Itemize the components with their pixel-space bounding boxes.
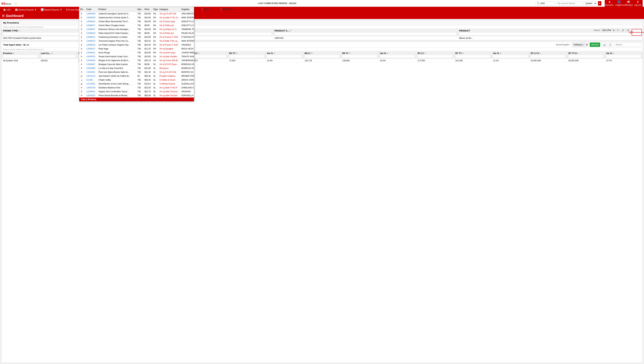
filter-ryty[interactable]: ▼ xyxy=(462,52,464,54)
dd-category[interactable]: Vin bl divers pays xyxy=(158,20,180,23)
product-dropdown[interactable]: Pic Code Product Size Price Type Categor… xyxy=(79,7,194,101)
dd-category[interactable]: Mousseux xyxy=(158,67,180,70)
nav-lbv[interactable]: 🏠 LBV xyxy=(1,8,12,12)
var2-search[interactable] xyxy=(267,55,302,58)
account-search-input[interactable] xyxy=(561,2,581,5)
filter-r3ty[interactable]: ▼ xyxy=(236,52,238,54)
dd-code[interactable]: 12698629 xyxy=(85,32,98,35)
dropdown-row[interactable]: 🍷 11602921 Pinot noir Alpha Montes Valle… xyxy=(79,70,194,74)
dropdown-row[interactable]: 🍷 12698944 Chenin Blanc Boschendal The P… xyxy=(79,20,194,24)
copy-btn[interactable]: 📋 xyxy=(608,43,613,47)
dd-category[interactable]: Vin rg Italie Toscane xyxy=(158,90,180,93)
dd-code[interactable]: 13019122 xyxy=(85,75,98,78)
dd-code[interactable]: 12694708 xyxy=(85,86,98,89)
ryly-search[interactable] xyxy=(418,55,452,58)
filter-lastco[interactable]: ▼ xyxy=(51,52,53,54)
dd-code[interactable]: 12699040 xyxy=(85,43,98,46)
dd-code[interactable]: 12699007 xyxy=(85,28,98,31)
dd-code[interactable]: 12699509 xyxy=(85,16,98,19)
dd-category[interactable]: Vin rg Italie Vénétie xyxy=(158,55,180,58)
dd-category[interactable]: Vin rg Espagne xyxy=(158,47,180,50)
dropdown-row[interactable]: 🍷 12699197 Rioja Vega 750 $11.25 RA Vin … xyxy=(79,47,194,51)
filter-rytys[interactable]: ▼ xyxy=(577,52,579,54)
dd-category[interactable]: Vin rg Italie Toscane xyxy=(158,94,180,97)
dropdown-row[interactable]: 🍷 12693035 Tenuta Sant'Antonio Scaia Cor… xyxy=(79,55,194,59)
logout-btn[interactable]: ⬆ log out xyxy=(633,0,643,7)
dropdown-row[interactable]: 🍷 12693828 Morgon le Py Vignerons de Bel… xyxy=(79,59,194,63)
dd-code[interactable]: 12698346 xyxy=(85,12,98,15)
dd-code[interactable]: 12699031 xyxy=(85,36,98,39)
dropdown-row[interactable]: 🍷 12693895 La Vida al Camp Cava Brut 750… xyxy=(79,66,194,70)
product-search[interactable] xyxy=(459,32,641,35)
dd-code[interactable]: 12698451 xyxy=(85,51,98,54)
agent-search-input[interactable] xyxy=(616,44,639,46)
dd-category[interactable]: Vin bl Petits prix xyxy=(158,32,180,35)
dropdown-row[interactable]: 🍷 12699867 Bodegas Casa del Valle Acantu… xyxy=(79,63,194,66)
period-download-btn[interactable]: ⬇ xyxy=(621,28,625,33)
province-select[interactable]: Quebec xyxy=(584,1,596,6)
dropdown-row[interactable]: 🍷 12699031 Chardonnay Domaine La Hitaire… xyxy=(79,35,194,39)
period-settings-btn[interactable]: ⚙ xyxy=(626,28,630,33)
filter-rylys[interactable]: ▼ xyxy=(539,52,541,54)
dd-code[interactable]: 12698944 xyxy=(85,20,98,23)
favorites-btn[interactable]: ★ favorites xyxy=(605,0,614,7)
dropdown-row[interactable]: 🍷 12699040 Les Petits Carreaux Viognier … xyxy=(79,43,194,47)
dd-category[interactable]: Vin rg CH-AR Chili xyxy=(158,12,180,15)
filter-r6ly[interactable]: ▼ xyxy=(311,52,313,54)
dd-category[interactable]: Vin rg CH-AR Chili xyxy=(158,71,180,74)
dropdown-row[interactable]: 🍷 12698346 Cabernet Sauvignon Syrah De G… xyxy=(79,12,194,16)
dropdown-row[interactable]: 🍷 12698629 Pelee Island ECO Vidal Chardo… xyxy=(79,31,194,35)
dd-code[interactable]: 12698872 xyxy=(85,24,98,27)
ryty-search[interactable] xyxy=(455,55,490,58)
dd-category[interactable]: Vin rg divers pays xyxy=(158,51,180,54)
product-search-input[interactable] xyxy=(540,2,554,5)
filter-var3[interactable]: ▼ xyxy=(386,52,388,54)
dd-category[interactable]: Vin bl Petits prix xyxy=(158,24,180,27)
dd-category[interactable]: Vin bl ES-PO Espagn... xyxy=(158,63,180,66)
dd-code[interactable]: 12699867 xyxy=(85,63,98,66)
r3ty-search[interactable] xyxy=(229,55,264,58)
dd-category[interactable]: Vin bl France F-SUD xyxy=(158,36,180,39)
dropdown-row[interactable]: 🍷 12698872 Chenin Blanc Douglas Green 75… xyxy=(79,24,194,28)
r6ly-search[interactable] xyxy=(304,55,340,58)
filter-icon[interactable]: ▼ xyxy=(18,30,20,32)
nav-weekly[interactable]: 📅 Weekly Reports ▼ xyxy=(13,8,38,12)
filter-var2[interactable]: ▼ xyxy=(274,52,275,54)
province-dropdown-btn[interactable]: ▼ xyxy=(598,1,601,6)
dropdown-row[interactable]: 🍷 12692825 Prime Donne Brunello di Monta… xyxy=(79,94,194,98)
product-c-search[interactable] xyxy=(274,32,456,35)
dd-code[interactable]: 12692825 xyxy=(85,94,98,97)
dd-category[interactable]: S-Vodka et Alcool xyxy=(158,78,180,82)
dd-code[interactable]: 521963 xyxy=(85,78,98,82)
dropdown-row[interactable]: 🥃 14126991 GlenAllachie 10 Ans Cask Stre… xyxy=(79,82,194,86)
dd-category[interactable]: Vin rg Italie IT-NO P xyxy=(158,86,180,89)
r3ly-search[interactable] xyxy=(192,55,226,58)
dd-code[interactable]: 11269401 xyxy=(85,90,98,93)
period-selector[interactable]: 2021-P04 xyxy=(600,28,615,33)
dd-code[interactable]: 11602921 xyxy=(85,71,98,74)
dropdown-row[interactable]: 🍷 12698451 Ionos Rouge 750 $10.90 RA Vin… xyxy=(79,51,194,55)
rylys-search[interactable] xyxy=(531,55,566,58)
dd-category[interactable]: S-Whisky Ecosse xyxy=(158,82,180,85)
filter-var4[interactable]: ▼ xyxy=(500,52,501,54)
brand-supplier-select[interactable]: Nothing S... xyxy=(572,43,588,47)
var3-search[interactable] xyxy=(380,55,415,58)
filter-r6ty[interactable]: ▼ xyxy=(349,52,351,54)
dropdown-row[interactable]: 🍶 521963 Chopin vodka 750 $43.25 SL S-Vo… xyxy=(79,78,194,82)
dropdown-row[interactable]: 🍷 12699103 Torrecorta Organic Pinot Gris… xyxy=(79,39,194,43)
filter-r3ly[interactable]: ▼ xyxy=(198,52,200,54)
dropdown-row[interactable]: 🍷 12699509 Cademusa Nero d'Avola Syrah C… xyxy=(79,16,194,20)
dd-category[interactable]: Vin rg Italie IT-SU Si... xyxy=(158,16,180,19)
filter-var5[interactable]: ▼ xyxy=(612,52,614,54)
nav-market[interactable]: 📊 Market Reports ▼ xyxy=(39,8,64,12)
dd-code[interactable]: 12693895 xyxy=(85,67,98,70)
dropdown-row[interactable]: 🍷 11269401 Argiano Non Confunditur Tosca… xyxy=(79,90,194,94)
refresh-button[interactable]: Refresh xyxy=(590,43,600,47)
export-excel-btn[interactable]: 📊 xyxy=(602,43,607,47)
r6ty-search[interactable] xyxy=(342,55,377,58)
dd-category[interactable]: Vin rg France BG-BJ xyxy=(158,59,180,62)
province-search[interactable] xyxy=(3,55,38,58)
filter-icon2[interactable]: ▼ xyxy=(290,30,292,32)
dd-code[interactable]: 12693035 xyxy=(85,55,98,58)
dd-category[interactable]: Vin rg Afrique du S... xyxy=(158,28,180,31)
